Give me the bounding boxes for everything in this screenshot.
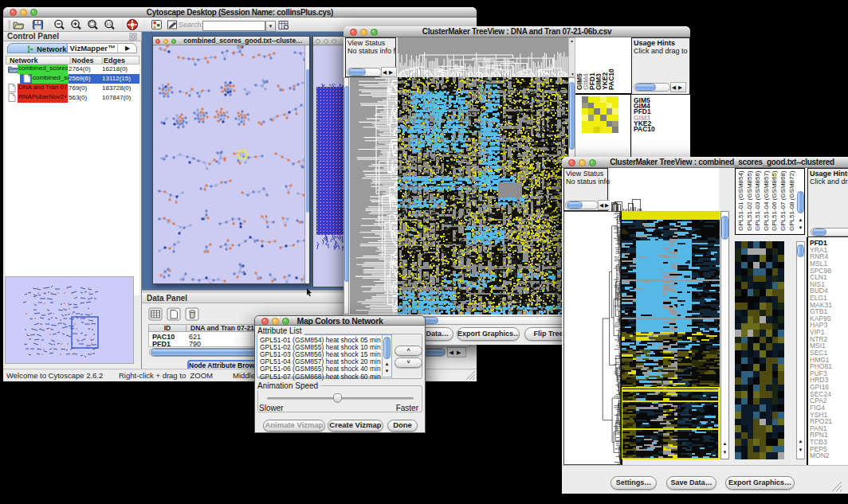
- svg-text:GPL51-08 (GSM872): GPL51-08 (GSM872): [788, 170, 795, 231]
- svg-text:GPL51-07 (GSM868): GPL51-07 (GSM868): [779, 170, 787, 231]
- svg-text:1:1: 1:1: [106, 22, 112, 26]
- svg-text:GPL51-06 (GSM865): GPL51-06 (GSM865): [771, 170, 778, 231]
- svg-text:GPL51-03 (GSM856): GPL51-03 (GSM856): [754, 170, 761, 231]
- svg-text:PAC10: PAC10: [607, 68, 615, 90]
- svg-text:GPL51-04 (GSM857): GPL51-04 (GSM857): [763, 170, 770, 231]
- svg-text:GPL51-01 (GSM854): GPL51-01 (GSM854): [737, 170, 744, 231]
- svg-text:GPL51-02 (GSM855): GPL51-02 (GSM855): [746, 170, 753, 231]
- svg-text:Search:: Search:: [179, 21, 203, 29]
